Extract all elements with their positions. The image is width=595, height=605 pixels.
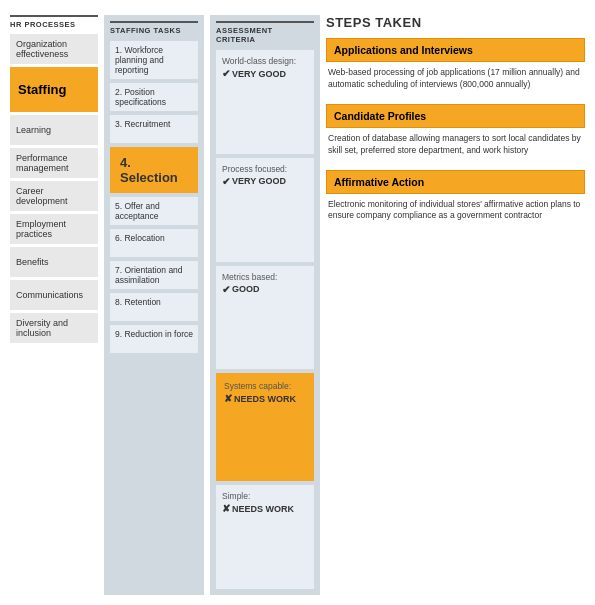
step-block-3: Affirmative Action Electronic monitoring… <box>326 170 585 228</box>
staffing-item-label: 2. Position specifications <box>115 87 166 107</box>
assessment-label-4: Systems capable: <box>224 381 306 391</box>
step-desc-3: Electronic monitoring of individual stor… <box>326 194 585 228</box>
assessment-label-5: Simple: <box>222 491 308 501</box>
hr-item-benefits: Benefits <box>10 247 98 277</box>
hr-item-org: Organization effectiveness <box>10 34 98 64</box>
staffing-item-3: 3. Recruitment <box>110 115 198 143</box>
hr-item-label: Organization effectiveness <box>16 39 92 59</box>
hr-item-staffing: Staffing <box>10 67 98 112</box>
assessment-rating-5: ✘ NEEDS WORK <box>222 503 308 514</box>
staffing-tasks-header: STAFFING TASKS <box>110 21 198 35</box>
assessment-rating-1: ✔ VERY GOOD <box>222 68 308 79</box>
step-desc-1: Web-based processing of job applications… <box>326 62 585 96</box>
main-container: HR PROCESSES Organization effectiveness … <box>0 0 595 605</box>
rating-text-3: GOOD <box>232 284 260 294</box>
staffing-item-label: 1. Workforce planning and reporting <box>115 45 164 75</box>
assessment-item-4: Systems capable: ✘ NEEDS WORK <box>216 373 314 481</box>
staffing-item-7: 7. Orientation and assimilation <box>110 261 198 289</box>
assessment-label-2: Process focused: <box>222 164 308 174</box>
staffing-items-list: 1. Workforce planning and reporting 2. P… <box>110 41 198 589</box>
step-block-1: Applications and Interviews Web-based pr… <box>326 38 585 96</box>
hr-item-communications: Communications <box>10 280 98 310</box>
staffing-item-label: 6. Relocation <box>115 233 165 243</box>
hr-item-diversity: Diversity and inclusion <box>10 313 98 343</box>
steps-taken-header: STEPS TAKEN <box>326 15 585 30</box>
staffing-item-1: 1. Workforce planning and reporting <box>110 41 198 79</box>
hr-item-label: Career development <box>16 186 92 206</box>
assessment-rating-4: ✘ NEEDS WORK <box>224 393 306 404</box>
staffing-item-label: 5. Offer and acceptance <box>115 201 160 221</box>
hr-item-label: Communications <box>16 290 83 300</box>
staffing-item-label: 7. Orientation and assimilation <box>115 265 183 285</box>
steps-items-list: Applications and Interviews Web-based pr… <box>326 38 585 595</box>
staffing-item-9: 9. Reduction in force <box>110 325 198 353</box>
hr-item-label: Diversity and inclusion <box>16 318 92 338</box>
staffing-item-selection: 4. Selection <box>110 147 198 193</box>
staffing-item-6: 6. Relocation <box>110 229 198 257</box>
staffing-item-5: 5. Offer and acceptance <box>110 197 198 225</box>
assessment-item-2: Process focused: ✔ VERY GOOD <box>216 158 314 262</box>
steps-taken-column: STEPS TAKEN Applications and Interviews … <box>326 15 585 595</box>
assessment-label-1: World-class design: <box>222 56 308 66</box>
x-icon-4: ✘ <box>224 393 232 404</box>
staffing-item-selection-label: 4. Selection <box>120 155 188 185</box>
hr-item-employment: Employment practices <box>10 214 98 244</box>
assessment-header: ASSESSMENT CRITERIA <box>216 21 314 44</box>
staffing-item-8: 8. Retention <box>110 293 198 321</box>
hr-item-label: Employment practices <box>16 219 92 239</box>
hr-item-label: Benefits <box>16 257 49 267</box>
hr-items-list: Organization effectiveness Staffing Lear… <box>10 34 98 343</box>
step-title-2: Candidate Profiles <box>326 104 585 128</box>
rating-text-4: NEEDS WORK <box>234 394 296 404</box>
hr-item-label: Learning <box>16 125 51 135</box>
step-block-2: Candidate Profiles Creation of database … <box>326 104 585 162</box>
assessment-rating-3: ✔ GOOD <box>222 284 308 295</box>
check-icon-1: ✔ <box>222 68 230 79</box>
staffing-item-label: 8. Retention <box>115 297 161 307</box>
hr-item-performance: Performance management <box>10 148 98 178</box>
rating-text-5: NEEDS WORK <box>232 504 294 514</box>
assessment-item-5: Simple: ✘ NEEDS WORK <box>216 485 314 589</box>
assessment-item-3: Metrics based: ✔ GOOD <box>216 266 314 370</box>
assessment-items-list: World-class design: ✔ VERY GOOD Process … <box>216 50 314 589</box>
hr-processes-column: HR PROCESSES Organization effectiveness … <box>10 15 98 595</box>
rating-text-1: VERY GOOD <box>232 69 286 79</box>
assessment-criteria-column: ASSESSMENT CRITERIA World-class design: … <box>210 15 320 595</box>
rating-text-2: VERY GOOD <box>232 176 286 186</box>
hr-item-career: Career development <box>10 181 98 211</box>
step-desc-2: Creation of database allowing managers t… <box>326 128 585 162</box>
hr-item-staffing-label: Staffing <box>18 82 66 97</box>
step-title-1: Applications and Interviews <box>326 38 585 62</box>
hr-item-learning: Learning <box>10 115 98 145</box>
assessment-rating-2: ✔ VERY GOOD <box>222 176 308 187</box>
staffing-tasks-column: STAFFING TASKS 1. Workforce planning and… <box>104 15 204 595</box>
staffing-item-2: 2. Position specifications <box>110 83 198 111</box>
hr-processes-header: HR PROCESSES <box>10 15 98 29</box>
check-icon-2: ✔ <box>222 176 230 187</box>
hr-item-label: Performance management <box>16 153 92 173</box>
x-icon-5: ✘ <box>222 503 230 514</box>
staffing-item-label: 9. Reduction in force <box>115 329 193 339</box>
check-icon-3: ✔ <box>222 284 230 295</box>
assessment-item-1: World-class design: ✔ VERY GOOD <box>216 50 314 154</box>
staffing-item-label: 3. Recruitment <box>115 119 170 129</box>
assessment-label-3: Metrics based: <box>222 272 308 282</box>
step-title-3: Affirmative Action <box>326 170 585 194</box>
